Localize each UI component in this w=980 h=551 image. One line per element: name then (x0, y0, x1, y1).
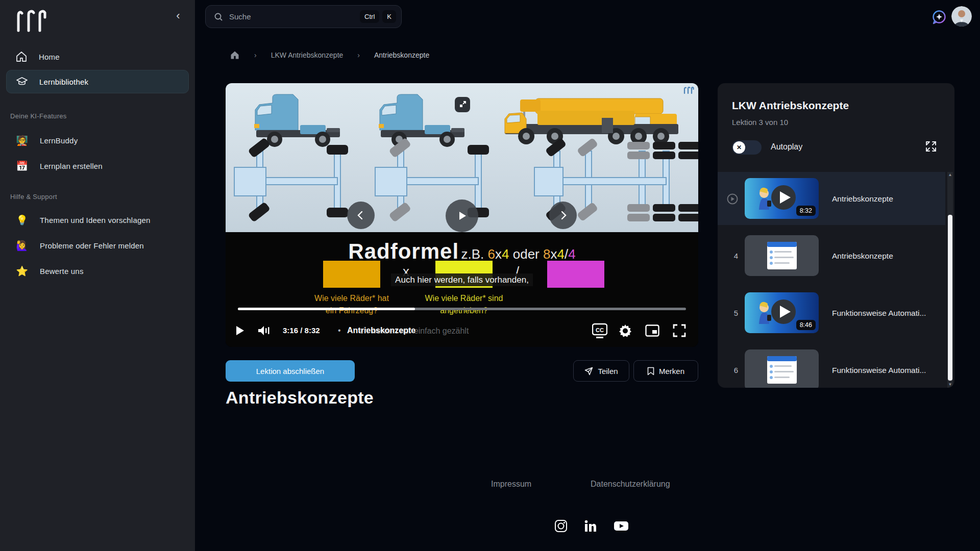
calendar-icon: 📅 (15, 160, 29, 172)
send-icon (584, 367, 593, 375)
slide-prev-button[interactable] (347, 202, 375, 229)
video-progress-fill (238, 308, 415, 310)
toggle-knob-off-icon: ✕ (733, 141, 745, 154)
teacher-emoji-icon: 🧑‍🏫 (15, 135, 29, 146)
time-display: 3:16 / 8:32 (283, 326, 320, 335)
playlist-item-title: Funktionsweise Automati... (832, 309, 926, 318)
playlist-item-number: 4 (731, 252, 741, 260)
caption-left: Wie viele Räder* hatein Fahrzeug? (293, 292, 410, 317)
slide-title-band: Radformel z.B. 6x4 oder 8x4/4 x / Auch h… (226, 232, 698, 347)
sidebar-item-label: Themen und Ideen vorschlagen (40, 216, 151, 224)
sidebar-item-home[interactable]: Home (6, 45, 189, 68)
search-box[interactable]: Ctrl K (205, 5, 402, 28)
duration-badge: 8:46 (796, 320, 816, 330)
slide-logo (684, 87, 694, 93)
subtitle-overlay: Auch hier werden, falls vorhanden, (226, 275, 698, 285)
captions-icon[interactable]: CC (592, 323, 607, 339)
autoplay-toggle[interactable]: ✕ (732, 140, 762, 155)
sidebar-item-probleme[interactable]: 🙋‍♀️ Probleme oder Fehler melden (6, 234, 189, 257)
breadcrumb-item-current: Antriebskonzepte (374, 51, 429, 59)
playlist-scrollbar[interactable]: ▲ ▼ (947, 172, 953, 388)
sidebar-item-lernbuddy[interactable]: 🧑‍🏫 LernBuddy (6, 129, 189, 152)
quiz-thumbnail[interactable] (745, 349, 819, 388)
sidebar-item-lernplan[interactable]: 📅 Lernplan erstellen (6, 154, 189, 178)
lightbulb-icon: 💡 (15, 214, 29, 226)
chevron-right-icon: › (357, 51, 360, 59)
footer-link-impressum[interactable]: Impressum (491, 480, 531, 489)
now-playing-icon (727, 193, 738, 205)
resize-swap-button[interactable] (455, 97, 470, 112)
slide-play-button[interactable] (446, 199, 478, 232)
sidebar-item-label: LernBuddy (40, 136, 78, 145)
quiz-thumbnail[interactable] (745, 235, 819, 276)
sidebar-section-ai: Deine KI-Features (10, 112, 67, 120)
scroll-down-icon[interactable]: ▼ (947, 382, 953, 388)
shortcut-key-k: K (382, 10, 396, 23)
dot-separator: • (338, 326, 341, 335)
sidebar-item-bewerte[interactable]: ⭐ Bewerte uns (6, 259, 189, 283)
youtube-icon[interactable] (614, 519, 627, 533)
playlist-item[interactable]: 4 Antriebskonzepte (718, 229, 945, 282)
share-label: Teilen (598, 367, 618, 375)
video-control-bar: 3:16 / 8:32 • en werden nur einfach gezä… (226, 314, 698, 347)
video-progress-bar[interactable] (238, 308, 686, 310)
volume-icon[interactable] (257, 325, 271, 336)
playlist-item-title: Antriebskonzepte (832, 252, 893, 261)
duration-badge: 8:32 (796, 206, 816, 216)
search-input[interactable] (229, 12, 357, 21)
video-title: Antriebskonzepte (347, 326, 415, 335)
sidebar-item-themen[interactable]: 💡 Themen und Ideen vorschlagen (6, 208, 189, 232)
video-thumbnail[interactable]: 8:32 (745, 178, 819, 219)
video-thumbnail[interactable]: 8:46 (745, 292, 819, 333)
fullscreen-icon[interactable] (673, 324, 686, 337)
sidebar: ‹ Home Lernbibliothek Deine KI-Features … (0, 0, 195, 551)
pip-icon[interactable] (645, 324, 659, 337)
raising-hand-icon: 🙋‍♀️ (15, 240, 29, 252)
footer-link-datenschutz[interactable]: Datenschutzerklärung (591, 480, 670, 489)
shortcut-key-ctrl: Ctrl (360, 10, 379, 23)
playlist-item-number: 6 (731, 366, 741, 374)
star-icon: ⭐ (15, 265, 29, 277)
playlist-item[interactable]: 5 8:46 Funktionsweise Automati... (718, 286, 945, 339)
settings-gear-icon[interactable] (619, 324, 632, 337)
sidebar-item-label: Lernplan erstellen (40, 162, 103, 170)
sidebar-item-label: Probleme oder Fehler melden (40, 241, 144, 250)
playlist-item-title: Funktionsweise Automati... (832, 366, 926, 375)
autoplay-label: Autoplay (771, 142, 802, 152)
video-slide (226, 83, 698, 232)
playlist-item[interactable]: 6 Funktionsweise Automati... (718, 343, 945, 388)
svg-text:CC: CC (596, 327, 604, 333)
instagram-icon[interactable] (554, 519, 568, 533)
caption-mid: Wie viele Räder* sindangetrieben? (405, 292, 523, 317)
breadcrumb-item[interactable]: LKW Antriebskonzepte (271, 51, 344, 59)
playlist-item-number: 5 (731, 309, 741, 317)
breadcrumb: › LKW Antriebskonzepte › Antriebskonzept… (230, 50, 429, 60)
linkedin-icon[interactable] (584, 519, 597, 533)
home-icon (15, 51, 28, 63)
ai-chat-icon[interactable] (930, 8, 948, 27)
slide-next-button[interactable] (549, 202, 577, 229)
sidebar-collapse-button[interactable]: ‹ (170, 8, 186, 23)
user-avatar[interactable] (951, 6, 972, 27)
playlist-item[interactable]: 8:32 Antriebskonzepte (718, 172, 945, 225)
video-player[interactable]: Radformel z.B. 6x4 oder 8x4/4 x / Auch h… (226, 83, 698, 347)
sidebar-item-lernbibliothek[interactable]: Lernbibliothek (6, 70, 189, 93)
sidebar-item-label: Lernbibliothek (39, 78, 88, 86)
chevron-right-icon: › (254, 51, 257, 59)
page-title: Antriebskonzepte (226, 388, 374, 408)
app-logo[interactable] (15, 7, 50, 35)
search-icon (214, 12, 223, 21)
lesson-playlist-panel: LKW Antriebskonzepte Lektion 3 von 10 ✕ … (718, 83, 954, 388)
sidebar-section-help: Hilfe & Support (10, 193, 57, 201)
playlist-item-title: Antriebskonzepte (832, 194, 893, 204)
play-icon[interactable] (235, 325, 245, 336)
complete-lesson-button[interactable]: Lektion abschließen (226, 360, 355, 382)
scroll-up-icon[interactable]: ▲ (947, 172, 953, 178)
expand-icon[interactable] (925, 140, 937, 153)
slide-title-main: Radformel (348, 239, 459, 263)
slide-title: Radformel z.B. 6x4 oder 8x4/4 (226, 239, 698, 264)
save-button[interactable]: Merken (633, 360, 698, 382)
scrollbar-thumb[interactable] (948, 215, 952, 381)
breadcrumb-home-icon[interactable] (230, 50, 240, 60)
share-button[interactable]: Teilen (573, 360, 629, 382)
